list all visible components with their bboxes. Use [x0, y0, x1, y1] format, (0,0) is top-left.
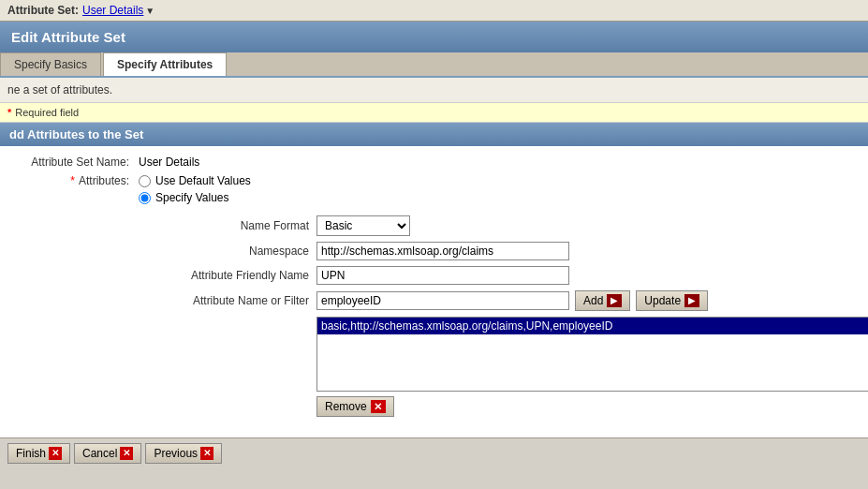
namespace-label: Namespace [167, 244, 316, 258]
attribute-name-row: Attribute Name or Filter Add ▶ Update ▶ [167, 290, 868, 311]
attributes-required-star: * [70, 174, 75, 187]
namespace-input[interactable] [316, 242, 569, 260]
namespace-row: Namespace [167, 242, 868, 260]
attribute-set-name-row: Attribute Set Name: User Details [7, 156, 861, 169]
attribute-set-name-label: Attribute Set Name: [7, 156, 139, 169]
description-text: ne a set of attributes. [0, 78, 868, 103]
remove-button[interactable]: Remove ✕ [316, 396, 394, 417]
page-title-bar: Edit Attribute Set [0, 22, 868, 52]
tab-specify-basics[interactable]: Specify Basics [0, 52, 101, 76]
specify-values-form: Name Format Basic Full Custom Namespace … [167, 215, 868, 422]
breadcrumb-dropdown-icon[interactable]: ▼ [145, 6, 154, 16]
finish-label: Finish [16, 447, 46, 460]
update-button-label: Update [644, 294, 681, 307]
name-format-row: Name Format Basic Full Custom [167, 215, 868, 236]
tab-specify-basics-label: Specify Basics [14, 58, 87, 71]
attribute-friendly-name-label: Attribute Friendly Name [167, 269, 316, 282]
name-format-label: Name Format [167, 219, 316, 232]
bottom-bar: Finish ✕ Cancel ✕ Previous ✕ [0, 437, 868, 468]
tab-specify-attributes[interactable]: Specify Attributes [103, 52, 227, 76]
finish-button[interactable]: Finish ✕ [7, 443, 70, 464]
attribute-set-name-value: User Details [139, 156, 199, 169]
section-header: dd Attributes to the Set [0, 123, 868, 146]
attribute-friendly-name-input[interactable] [316, 266, 569, 285]
attribute-name-input[interactable] [316, 291, 569, 310]
required-text: Required field [15, 107, 79, 118]
use-default-option: Use Default Values [139, 174, 868, 187]
add-arrow-icon: ▶ [607, 294, 622, 307]
cancel-button[interactable]: Cancel ✕ [74, 443, 141, 464]
previous-button[interactable]: Previous ✕ [145, 443, 222, 464]
specify-values-label: Specify Values [155, 191, 229, 204]
cancel-label: Cancel [82, 447, 117, 460]
finish-icon: ✕ [49, 447, 62, 460]
add-button-label: Add [583, 294, 603, 307]
breadcrumb-label: Attribute Set: [7, 4, 79, 17]
form-area: Attribute Set Name: User Details *Attrib… [0, 146, 868, 437]
update-arrow-icon: ▶ [684, 294, 699, 307]
attributes-radio-group: Use Default Values Specify Values Name F… [139, 174, 868, 422]
remove-button-label: Remove [325, 400, 367, 413]
previous-label: Previous [154, 447, 198, 460]
add-button[interactable]: Add ▶ [575, 290, 630, 311]
use-default-label: Use Default Values [155, 174, 251, 187]
attribute-name-label: Attribute Name or Filter [167, 294, 316, 307]
breadcrumb-bar: Attribute Set: User Details ▼ [0, 0, 868, 22]
required-note: * Required field [0, 103, 868, 123]
breadcrumb-link[interactable]: User Details [82, 4, 143, 17]
cancel-icon: ✕ [120, 447, 133, 460]
specify-values-radio[interactable] [139, 192, 151, 204]
required-star: * [7, 107, 11, 118]
remove-x-icon: ✕ [371, 400, 386, 413]
page-title: Edit Attribute Set [11, 29, 125, 45]
attributes-label: *Attributes: [7, 174, 139, 187]
update-button[interactable]: Update ▶ [636, 290, 708, 311]
attributes-list[interactable]: basic,http://schemas.xmlsoap.org/claims,… [316, 317, 868, 392]
attribute-friendly-name-row: Attribute Friendly Name [167, 266, 868, 285]
attributes-row: *Attributes: Use Default Values Specify … [7, 174, 861, 422]
use-default-radio[interactable] [139, 175, 151, 187]
tab-specify-attributes-label: Specify Attributes [117, 58, 213, 71]
previous-icon: ✕ [200, 447, 213, 460]
tab-bar: Specify Basics Specify Attributes [0, 52, 868, 78]
list-area-row: basic,http://schemas.xmlsoap.org/claims,… [316, 317, 868, 417]
name-format-select[interactable]: Basic Full Custom [316, 215, 410, 236]
list-item[interactable]: basic,http://schemas.xmlsoap.org/claims,… [317, 318, 868, 334]
specify-values-option: Specify Values [139, 191, 868, 204]
